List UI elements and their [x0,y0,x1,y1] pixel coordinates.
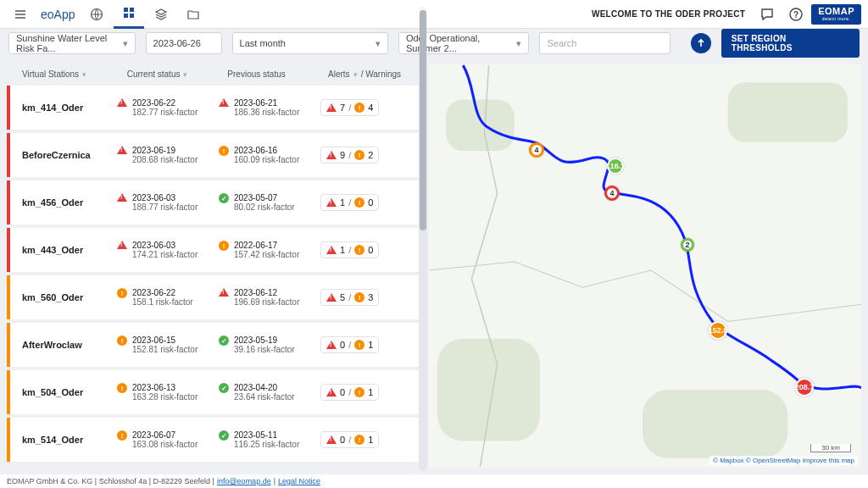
current-status: 2023-06-03188.77 risk-factor [117,193,219,212]
svg-rect-9 [437,339,540,441]
footer: EOMAP GmbH & Co. KG | Schlosshof 4a | D-… [0,474,868,488]
warning-icon: ! [354,245,364,255]
svg-text:?: ? [793,9,798,19]
svg-rect-11 [446,99,515,150]
current-status: !2023-06-22158.1 risk-factor [117,288,219,307]
previous-status: ✓2023-05-1939.16 risk-factor [219,336,320,354]
chevron-down-icon: ▾ [123,38,128,49]
upload-button[interactable] [691,33,711,53]
dashboard-tab-icon[interactable] [114,0,144,29]
folder-tab-icon[interactable] [178,0,209,29]
globe-tab-icon[interactable] [81,0,112,29]
logo-sub-text: detect more. [822,17,851,21]
table-row[interactable]: AfterWroclaw!2023-06-15152.81 risk-facto… [7,323,419,367]
map-pin[interactable]: 4 [529,142,544,158]
alert-icon [117,146,127,154]
alert-icon [326,103,337,112]
chevron-down-icon: ▾ [353,70,358,79]
table-row[interactable]: km_504_Oder!2023-06-13163.28 risk-factor… [7,370,419,414]
footer-company: EOMAP GmbH & Co. KG | Schlosshof 4a | D-… [7,477,214,485]
previous-status: 2023-06-12196.69 risk-factor [219,288,320,307]
map-pin[interactable]: 2 [681,238,694,252]
ok-icon: ✓ [219,336,229,346]
map-pin[interactable]: 208.7 [795,378,814,396]
logo-main-text: EOMAP [818,7,854,16]
station-name: km_414_Oder [10,103,117,113]
alerts-badge: 0/!1 [320,336,379,353]
warning-icon: ! [354,103,364,113]
scrollbar[interactable] [419,58,427,471]
alerts-badge: 5/!3 [320,289,379,306]
chevron-down-icon: ▾ [183,70,187,79]
help-icon[interactable]: ? [782,1,810,28]
set-region-thresholds-button[interactable]: SET REGION THRESHOLDS [721,29,860,58]
alert-icon [219,98,229,107]
product-select[interactable]: Sunshine Water Level Risk Fa...▾ [8,32,136,54]
table-row[interactable]: km_443_Oder2023-06-03174.21 risk-factor!… [7,228,419,272]
layers-tab-icon[interactable] [146,0,176,29]
previous-status: ✓2023-04-2023.64 risk-factor [219,383,320,402]
alert-icon [326,435,337,444]
table-row[interactable]: km_514_Oder!2023-06-07163.08 risk-factor… [7,418,419,462]
current-status: 2023-06-22182.77 risk-factor [117,98,219,117]
date-select[interactable]: 2023-06-26 [146,32,222,54]
warning-icon: ! [117,288,127,298]
map-panel[interactable]: 4116.142152.8208.7 30 km © Mapbox © Open… [429,64,861,468]
warning-icon: ! [219,146,229,156]
warning-icon: ! [354,340,364,350]
warning-icon: ! [219,241,229,251]
current-status: 2023-06-19208.68 risk-factor [117,146,219,164]
previous-status: !2023-06-16160.09 risk-factor [219,146,320,164]
range-select[interactable]: Last month▾ [232,32,388,54]
map-pin[interactable]: 116.1 [607,158,624,175]
chevron-down-icon: ▾ [516,38,521,49]
col-alerts[interactable]: Alerts ▾ / Warnings [328,69,412,79]
alert-icon [117,241,127,249]
previous-status: 2023-06-21186.36 risk-factor [219,98,320,117]
table-row[interactable]: km_456_Oder2023-06-03188.77 risk-factor✓… [7,180,419,225]
current-status: !2023-06-07163.08 risk-factor [117,430,219,449]
col-stations[interactable]: Virtual Stations ▾ [22,69,127,79]
warning-icon: ! [354,292,364,302]
warning-icon: ! [117,383,127,393]
col-previous[interactable]: Previous status [227,69,328,79]
previous-status: !2022-06-17157.42 risk-factor [219,241,320,259]
table-row[interactable]: km_560_Oder!2023-06-22158.1 risk-factor2… [7,275,419,319]
alert-icon [326,198,337,207]
table-body[interactable]: km_414_Oder2023-06-22182.77 risk-factor2… [7,86,422,468]
chat-icon[interactable] [754,1,781,28]
footer-legal-link[interactable]: Legal Notice [278,477,320,485]
col-current[interactable]: Current status ▾ [127,69,228,79]
warning-icon: ! [354,387,364,397]
table-row[interactable]: km_414_Oder2023-06-22182.77 risk-factor2… [7,86,419,130]
search-input[interactable]: Search [539,32,670,54]
current-status: !2023-06-13163.28 risk-factor [117,383,219,402]
station-name: km_456_Oder [10,197,117,208]
alerts-badge: 1/!0 [320,241,379,258]
svg-rect-4 [130,14,134,18]
alert-icon [326,388,337,396]
alert-icon [326,246,337,254]
table-row[interactable]: BeforeCzernica2023-06-19208.68 risk-fact… [7,133,419,177]
menu-icon[interactable] [7,1,34,28]
map-pin[interactable]: 4 [604,186,620,201]
warning-icon: ! [354,197,364,208]
footer-email-link[interactable]: info@eomap.de [217,477,271,485]
alert-icon [219,288,229,297]
station-name: BeforeCzernica [10,150,117,160]
svg-rect-3 [124,14,128,18]
alert-icon [326,341,337,349]
warning-icon: ! [354,435,364,445]
alerts-badge: 1/!0 [320,194,379,211]
alert-icon [117,98,127,107]
eomap-logo[interactable]: EOMAP detect more. [811,4,861,25]
app-brand: eoApp [36,8,80,21]
station-name: AfterWroclaw [10,340,117,350]
scrollbar-thumb[interactable] [420,58,426,230]
chevron-down-icon: ▾ [376,38,381,49]
map-attribution[interactable]: © Mapbox © OpenStreetMap Improve this ma… [709,456,858,465]
current-status: !2023-06-15152.81 risk-factor [117,336,219,354]
map-pin[interactable]: 152.8 [709,321,727,340]
previous-status: ✓2023-05-11116.25 risk-factor [219,430,320,449]
welcome-text: WELCOME TO THE ODER PROJECT [592,9,745,19]
